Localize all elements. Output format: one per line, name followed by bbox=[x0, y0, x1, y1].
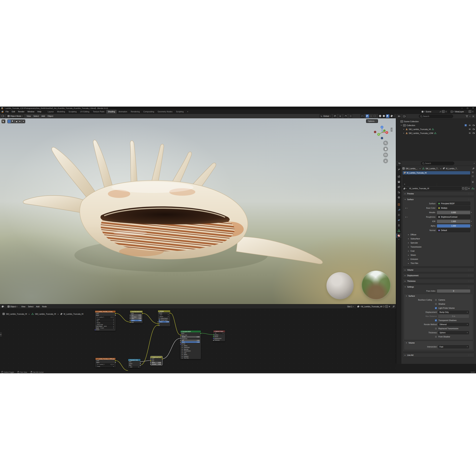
active-tool-button[interactable] bbox=[1, 119, 5, 123]
outliner-item-label[interactable]: Scene Collection bbox=[404, 120, 419, 123]
node-menu[interactable]: Linear▾ bbox=[96, 318, 115, 320]
outliner-display-mode-button[interactable]: ▾ bbox=[403, 114, 406, 118]
output-socket[interactable] bbox=[115, 360, 116, 361]
settings-panel-header[interactable]: ▾Settings⋮⋮⋮ bbox=[403, 285, 474, 289]
copy-material-button[interactable] bbox=[385, 305, 388, 308]
shader-menu-view[interactable]: View bbox=[20, 305, 27, 308]
input-socket[interactable] bbox=[157, 325, 159, 326]
viewport-menu-select[interactable]: Select bbox=[32, 115, 40, 118]
delete-viewlayer-button[interactable]: ✕ bbox=[472, 110, 474, 113]
workspace-tab-layout[interactable]: Layout bbox=[46, 110, 55, 114]
copy-material-button[interactable] bbox=[465, 187, 467, 190]
input-socket[interactable] bbox=[129, 318, 131, 319]
output-socket[interactable] bbox=[115, 362, 116, 363]
input-socket[interactable] bbox=[213, 334, 214, 336]
blender-menu-icon[interactable] bbox=[1, 111, 3, 113]
viewport-menu-add[interactable]: Add bbox=[40, 115, 46, 118]
node-menu[interactable]: Multiply▾ bbox=[159, 316, 169, 318]
add-slot-button[interactable]: + bbox=[471, 170, 475, 174]
node-menu[interactable]: Straight▾ bbox=[100, 327, 115, 329]
node-header[interactable]: ▾Hue/Saturation/Val... bbox=[130, 311, 143, 312]
viewlayer-name[interactable]: ViewLayer bbox=[455, 110, 468, 113]
properties-options-dropdown[interactable]: ▾ bbox=[474, 163, 475, 164]
menu-render[interactable]: Render bbox=[17, 110, 26, 113]
breadcrumb-item[interactable]: SM_Lambis_T... bbox=[425, 168, 439, 170]
checkbox-raytraced-transmission[interactable] bbox=[435, 327, 437, 330]
node-checkbox[interactable]: ✓ bbox=[159, 320, 160, 321]
checkbox-camera[interactable] bbox=[435, 299, 437, 301]
subsection-emission[interactable]: ▸Emission bbox=[403, 257, 474, 261]
image-selector[interactable]: T_Lambis_T...2✕ bbox=[96, 363, 115, 366]
node-mix-multiply[interactable]: ▾MultiplyResultColor▾Multiply▾Clamp Resu… bbox=[158, 310, 170, 326]
breadcrumb-item[interactable]: M_Lambis_T... bbox=[446, 168, 458, 170]
selectable-checkbox[interactable]: ✓ bbox=[464, 124, 467, 126]
proportional-edit-button[interactable]: ▾ bbox=[343, 114, 347, 118]
slot-specials-button[interactable]: ▾ bbox=[471, 180, 475, 184]
input-socket[interactable] bbox=[129, 315, 131, 316]
fake-user-shield-icon[interactable] bbox=[383, 306, 385, 307]
subpanel-header[interactable]: ▾Volume bbox=[404, 341, 473, 345]
input-socket[interactable] bbox=[180, 336, 181, 338]
input-socket[interactable] bbox=[213, 338, 214, 339]
unlink-material-button[interactable]: ✕ bbox=[468, 187, 470, 189]
properties-tab-modifiers[interactable] bbox=[396, 207, 401, 212]
viewlayer-selector[interactable]: ▾ ViewLayer ✕ bbox=[450, 110, 475, 114]
expand-icon[interactable]: ▸ bbox=[181, 352, 183, 354]
workspace-tab-sculpting[interactable]: Sculpting bbox=[67, 110, 78, 114]
node-header[interactable]: ▾Brightness/Cont... bbox=[151, 356, 162, 358]
node-header[interactable]: ▾Principled BSDF bbox=[180, 331, 201, 332]
input-socket[interactable] bbox=[157, 323, 159, 324]
input-socket[interactable] bbox=[213, 336, 214, 338]
gizmo-axis-x-neg[interactable] bbox=[374, 131, 376, 133]
menu-window[interactable]: Window bbox=[26, 110, 35, 113]
perspective-toggle-button[interactable] bbox=[383, 158, 388, 163]
overlays-button[interactable] bbox=[366, 114, 369, 118]
node-header[interactable]: ▾T_Lambis_Truncata_2_D.png bbox=[95, 311, 116, 312]
show-gizmo-button[interactable]: ▾ bbox=[360, 114, 364, 118]
properties-tab-data[interactable] bbox=[396, 228, 401, 233]
shader-sidebar-toggle[interactable]: ▸ bbox=[0, 332, 2, 337]
unlink-material-button[interactable]: ✕ bbox=[389, 306, 390, 308]
node-menu[interactable]: Repeat▾ bbox=[96, 322, 115, 324]
properties-tab-world[interactable] bbox=[396, 195, 401, 200]
material-slot-selected[interactable]: M_Lambis_Truncata_HI bbox=[403, 171, 470, 174]
output-socket[interactable] bbox=[115, 313, 116, 314]
node-menu[interactable]: All▾ bbox=[214, 332, 224, 334]
outliner-row[interactable]: ▾Collection✓ bbox=[396, 123, 476, 127]
properties-tab-tool[interactable] bbox=[396, 167, 401, 172]
render-visibility-icon[interactable] bbox=[473, 132, 475, 134]
node-brightness-contrast[interactable]: ▾Brightness/Cont...ColorColorBright...-0… bbox=[150, 356, 163, 365]
subsection-diffuse[interactable]: ▸Diffuse bbox=[403, 233, 474, 237]
node-header[interactable]: ▾Material Output bbox=[213, 330, 225, 332]
value-slider[interactable]: Factor0.500 bbox=[159, 321, 169, 323]
expand-icon[interactable]: ▸ bbox=[181, 354, 183, 355]
dropdown-fast[interactable]: Fast▾ bbox=[438, 345, 469, 348]
select-mode-intersect[interactable] bbox=[22, 120, 25, 123]
node-menu[interactable]: Single Image▾ bbox=[96, 323, 115, 325]
unpack-icon[interactable] bbox=[111, 364, 113, 365]
properties-tab-object[interactable] bbox=[396, 202, 401, 207]
workspace-tab-scripting[interactable]: Scripting bbox=[174, 110, 185, 114]
slot-selector[interactable]: Slot 1▾ bbox=[346, 305, 355, 308]
viewport-menu-view[interactable]: View bbox=[25, 115, 32, 118]
input-socket[interactable] bbox=[150, 360, 151, 361]
properties-editor-type-button[interactable]: ▾ bbox=[398, 161, 401, 165]
image-selector[interactable]: T_Lambis_T...2✕ bbox=[96, 316, 115, 319]
input-socket[interactable] bbox=[180, 341, 181, 343]
shader-menu-select[interactable]: Select bbox=[27, 305, 34, 308]
input-socket[interactable] bbox=[150, 364, 151, 365]
value-slider[interactable]: Hue0.500 bbox=[131, 314, 142, 316]
select-mode-new[interactable] bbox=[8, 120, 11, 123]
gizmo-axis-y[interactable]: Y bbox=[377, 133, 380, 136]
workspace-tab-compositing[interactable]: Compositing bbox=[142, 110, 156, 114]
material-slot-list[interactable]: M_Lambis_Truncata_HI⋮⋮▸ bbox=[403, 171, 470, 186]
tabs-overflow-chevron[interactable]: ▾ bbox=[398, 239, 399, 240]
workspace-tab-uv-editing[interactable]: UV Editing bbox=[79, 110, 91, 114]
anim-decorator[interactable]: • bbox=[470, 225, 473, 227]
properties-tab-physics[interactable] bbox=[396, 218, 401, 222]
panel-header[interactable]: ▸Displacement⋮⋮⋮ bbox=[403, 274, 474, 277]
subpanel-header[interactable]: ▾Surface bbox=[404, 294, 473, 298]
preview-panel[interactable]: ▸Preview⋮⋮⋮ bbox=[403, 191, 475, 196]
expand-icon[interactable]: ▸ bbox=[403, 132, 405, 134]
properties-search[interactable]: Search bbox=[421, 162, 454, 165]
